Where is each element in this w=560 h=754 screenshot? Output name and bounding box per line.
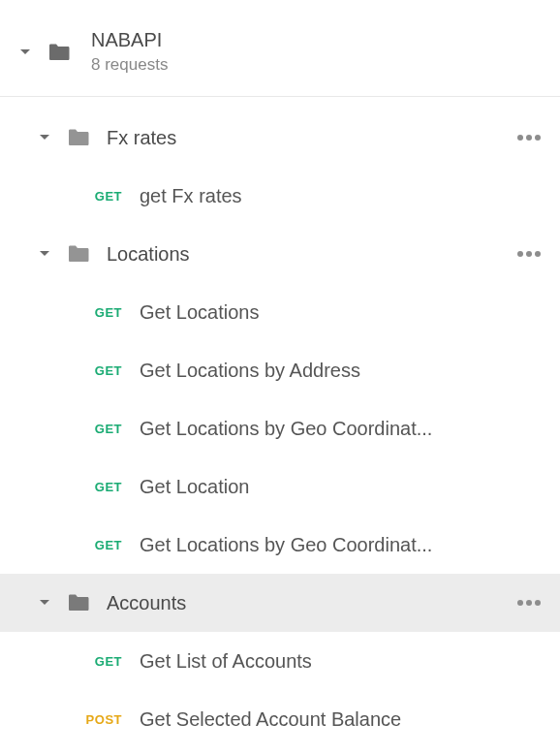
method-badge: GET xyxy=(70,305,122,320)
request-row[interactable]: POST Get Selected Account Balance xyxy=(0,690,560,748)
svg-point-6 xyxy=(517,600,523,606)
folder-label: Accounts xyxy=(107,592,517,614)
folder-icon xyxy=(68,245,89,263)
request-label: Get Locations by Address xyxy=(140,360,360,382)
caret-down-icon xyxy=(39,250,50,258)
request-label: Get Locations by Geo Coordinat... xyxy=(140,534,432,556)
method-badge: GET xyxy=(70,538,122,552)
folder-label: Locations xyxy=(107,243,517,266)
folder-fx-rates[interactable]: Fx rates xyxy=(0,109,560,167)
caret-down-icon xyxy=(39,599,50,607)
folder-icon xyxy=(68,129,89,146)
request-label: Get Locations xyxy=(140,301,259,324)
collection-header[interactable]: NABAPI 8 requests xyxy=(0,0,560,97)
request-row[interactable]: GET Get Locations by Address xyxy=(0,341,560,399)
more-options-icon[interactable] xyxy=(517,251,541,257)
method-badge: POST xyxy=(70,712,122,727)
folder-label: Fx rates xyxy=(107,127,517,149)
collection-subtitle: 8 requests xyxy=(91,55,168,75)
method-badge: GET xyxy=(70,480,122,494)
request-row[interactable]: GET Get Location xyxy=(0,457,560,516)
method-badge: GET xyxy=(70,363,122,378)
caret-down-icon xyxy=(39,134,50,141)
request-label: Get Selected Account Balance xyxy=(140,708,401,731)
svg-point-0 xyxy=(517,135,523,141)
svg-point-8 xyxy=(535,600,541,606)
request-label: get Fx rates xyxy=(140,185,242,207)
svg-point-5 xyxy=(535,251,541,257)
request-row[interactable]: GET get Fx rates xyxy=(0,167,560,225)
method-badge: GET xyxy=(70,654,122,669)
svg-point-4 xyxy=(526,251,532,257)
request-label: Get Locations by Geo Coordinat... xyxy=(140,418,432,440)
collection-title: NABAPI xyxy=(91,29,168,51)
request-row[interactable]: GET Get Locations by Geo Coordinat... xyxy=(0,516,560,574)
svg-point-7 xyxy=(526,600,532,606)
svg-point-3 xyxy=(517,251,523,257)
svg-point-1 xyxy=(526,135,532,141)
folder-accounts[interactable]: Accounts xyxy=(0,574,560,632)
more-options-icon[interactable] xyxy=(517,600,541,606)
method-badge: GET xyxy=(70,189,122,204)
request-row[interactable]: GET Get Locations xyxy=(0,283,560,341)
request-label: Get Location xyxy=(140,476,249,498)
request-row[interactable]: GET Get Locations by Geo Coordinat... xyxy=(0,399,560,457)
folder-icon xyxy=(68,594,89,612)
request-row[interactable]: GET Get List of Accounts xyxy=(0,632,560,690)
caret-down-icon xyxy=(19,48,31,56)
svg-point-2 xyxy=(535,135,541,141)
more-options-icon[interactable] xyxy=(517,135,541,141)
folder-locations[interactable]: Locations xyxy=(0,225,560,283)
folder-icon xyxy=(48,44,70,61)
request-label: Get List of Accounts xyxy=(140,650,312,673)
sidebar-tree: Fx rates GET get Fx rates Locations GET … xyxy=(0,97,560,748)
method-badge: GET xyxy=(70,422,122,436)
